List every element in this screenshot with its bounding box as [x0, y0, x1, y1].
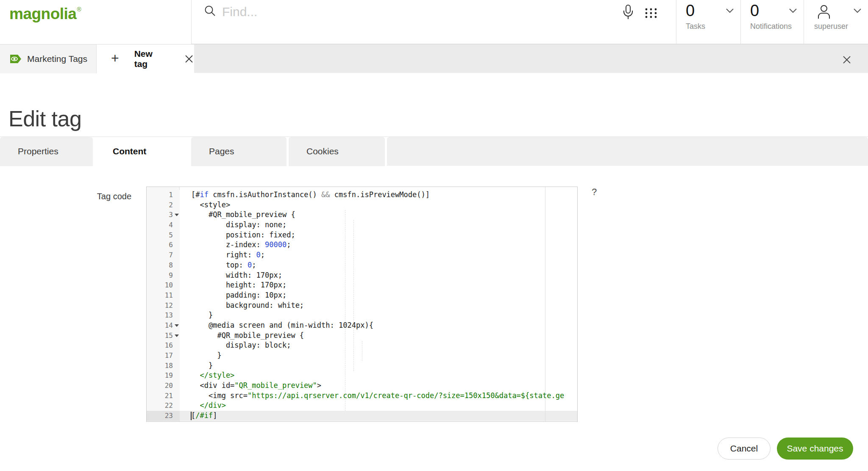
editor-line-8[interactable]: 8 top: 0; [147, 260, 577, 270]
tab-pages[interactable]: Pages [191, 137, 287, 166]
magnolia-logo: magnolia® [9, 5, 81, 23]
close-subapp-icon[interactable] [842, 55, 852, 65]
line-number: 19 [147, 371, 180, 381]
app-launcher-grid-icon[interactable] [644, 6, 658, 20]
microphone-icon[interactable] [622, 4, 634, 22]
line-number: 16 [147, 340, 180, 351]
editor-line-13[interactable]: 13 } [147, 310, 577, 321]
editor-line-21[interactable]: 21 <img src="https://api.qrserver.com/v1… [147, 391, 577, 401]
search-input[interactable] [222, 3, 519, 21]
line-number: 20 [147, 381, 180, 391]
help-icon[interactable]: ? [592, 187, 597, 198]
editor-line-3[interactable]: 3 #QR_mobile_preview { [147, 210, 577, 220]
code-line-text: } [180, 361, 577, 371]
editor-line-12[interactable]: 12 background: white; [147, 301, 577, 311]
code-line-text: display: block; [180, 340, 577, 351]
line-number: 23 [147, 411, 180, 421]
code-line-text: display: none; [180, 220, 577, 230]
code-line-text: position: fixed; [180, 230, 577, 240]
code-line-text: right: 0; [180, 250, 577, 260]
editor-line-7[interactable]: 7 right: 0; [147, 250, 577, 260]
tab-cookies[interactable]: Cookies [289, 137, 385, 166]
line-number: 7 [147, 250, 180, 260]
code-line-text: height: 170px; [180, 280, 577, 290]
code-line-text: </style> [180, 371, 577, 381]
tab-label: Marketing Tags [27, 54, 87, 64]
cancel-button[interactable]: Cancel [718, 438, 771, 460]
code-editor[interactable]: 1[#if cmsfn.isAuthorInstance() && cmsfn.… [146, 187, 578, 422]
tab-bar-filler [387, 137, 868, 166]
close-tab-icon[interactable] [184, 54, 194, 64]
editor-line-4[interactable]: 4 display: none; [147, 220, 577, 230]
fold-arrow-icon[interactable] [175, 324, 179, 327]
user-icon [815, 3, 833, 21]
line-number: 10 [147, 280, 180, 290]
line-number: 11 [147, 290, 180, 301]
line-number: 21 [147, 391, 180, 401]
line-number: 9 [147, 270, 180, 281]
code-line-text: } [180, 351, 577, 361]
editor-line-20[interactable]: 20 <div id="QR_mobile_preview"> [147, 381, 577, 391]
tab-properties[interactable]: Properties [0, 137, 93, 166]
code-line-text: width: 170px; [180, 270, 577, 281]
code-line-text: <img src="https://api.qrserver.com/v1/cr… [180, 391, 577, 401]
line-number: 5 [147, 230, 180, 240]
editor-line-5[interactable]: 5 position: fixed; [147, 230, 577, 240]
tasks-label: Tasks [686, 22, 705, 31]
brand-text: magnolia [9, 5, 76, 22]
editor-line-15[interactable]: 15 #QR_mobile_preview { [147, 331, 577, 341]
search-icon [203, 5, 217, 18]
app-tab-bar: Marketing Tags + New tag [0, 44, 868, 73]
page-title: Edit tag [8, 106, 81, 131]
code-line-text: #QR_mobile_preview { [180, 210, 577, 220]
editor-line-11[interactable]: 11 padding: 10px; [147, 290, 577, 301]
tab-content[interactable]: Content [95, 137, 189, 166]
editor-line-14[interactable]: 14 @media screen and (min-width: 1024px)… [147, 321, 577, 331]
line-number: 8 [147, 260, 180, 270]
line-number: 12 [147, 301, 180, 311]
editor-line-22[interactable]: 22 </div> [147, 401, 577, 411]
editor-line-18[interactable]: 18 } [147, 361, 577, 371]
tab-marketing-tags[interactable]: Marketing Tags [0, 45, 97, 73]
line-number: 6 [147, 240, 180, 250]
code-line-text: <style> [180, 200, 577, 210]
editor-line-10[interactable]: 10 height: 170px; [147, 280, 577, 290]
code-line-text: top: 0; [180, 260, 577, 270]
editor-line-9[interactable]: 9 width: 170px; [147, 270, 577, 281]
tasks-count: 0 [686, 2, 695, 20]
line-number: 22 [147, 401, 180, 411]
magnolia-app-window: magnolia® 0 Tasks [0, 0, 868, 471]
code-line-text: #QR_mobile_preview { [180, 331, 577, 341]
editor-line-16[interactable]: 16 display: block; [147, 340, 577, 351]
tag-code-label: Tag code [55, 192, 131, 201]
save-changes-button[interactable]: Save changes [777, 438, 853, 460]
code-line-text: </div> [180, 401, 577, 411]
line-number: 17 [147, 351, 180, 361]
marketing-tag-icon [9, 53, 22, 64]
line-number: 1 [147, 190, 180, 200]
notifications-count: 0 [750, 2, 759, 20]
editor-line-17[interactable]: 17 } [147, 351, 577, 361]
code-line-text: <div id="QR_mobile_preview"> [180, 381, 577, 391]
line-number: 18 [147, 361, 180, 371]
chevron-down-icon[interactable] [725, 8, 734, 14]
editor-line-2[interactable]: 2 <style> [147, 200, 577, 210]
tasks-section[interactable]: 0 Tasks [676, 0, 740, 44]
code-line-text: @media screen and (min-width: 1024px){ [180, 321, 577, 331]
chevron-down-icon[interactable] [853, 8, 862, 14]
fold-arrow-icon[interactable] [175, 214, 179, 216]
editor-line-23[interactable]: 23[/#if] [147, 411, 577, 421]
chevron-down-icon[interactable] [788, 8, 798, 14]
tab-new-tag[interactable]: + New tag [97, 45, 194, 73]
editor-line-19[interactable]: 19 </style> [147, 371, 577, 381]
editor-line-1[interactable]: 1[#if cmsfn.isAuthorInstance() && cmsfn.… [147, 190, 577, 200]
registered-mark: ® [77, 6, 81, 13]
code-line-text: background: white; [180, 301, 577, 311]
user-section[interactable]: superuser [804, 0, 868, 44]
dialog-actions: Cancel Save changes [718, 438, 853, 460]
code-line-text: [#if cmsfn.isAuthorInstance() && cmsfn.i… [180, 190, 577, 200]
fold-arrow-icon[interactable] [175, 334, 179, 337]
line-number: 15 [147, 331, 180, 341]
editor-line-6[interactable]: 6 z-index: 90000; [147, 240, 577, 250]
notifications-section[interactable]: 0 Notifications [740, 0, 804, 44]
